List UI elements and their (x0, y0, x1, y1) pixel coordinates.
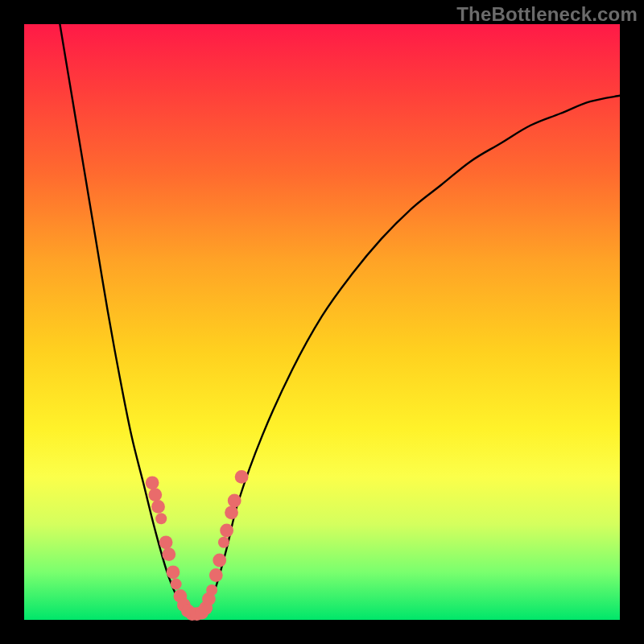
curve-left-curve (60, 24, 184, 614)
data-point (235, 470, 249, 484)
plot-area (24, 24, 620, 620)
data-point (225, 506, 238, 519)
data-point (146, 476, 159, 489)
data-point (218, 537, 229, 548)
data-point (206, 584, 217, 596)
watermark-text: TheBottleneck.com (456, 3, 638, 26)
data-point (171, 579, 182, 590)
chart-frame: TheBottleneck.com (0, 0, 644, 644)
data-point (148, 488, 162, 502)
data-point (209, 568, 223, 582)
data-point (162, 547, 175, 561)
data-point (151, 500, 165, 514)
points-layer (146, 470, 249, 621)
data-point (228, 494, 242, 508)
data-point (155, 513, 167, 524)
data-point (220, 524, 233, 538)
data-point (159, 535, 173, 549)
data-point (167, 565, 180, 579)
curve-right-curve (203, 96, 620, 614)
curve-layer (60, 24, 620, 617)
data-point (213, 554, 226, 568)
chart-svg (24, 24, 620, 620)
